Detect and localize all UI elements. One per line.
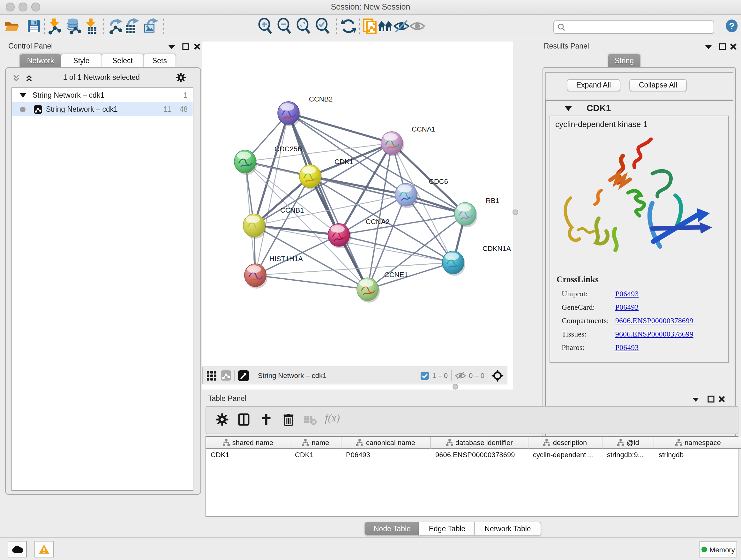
network-node-CDC25B[interactable]: CDC25B	[234, 145, 302, 175]
zoom-selected-icon[interactable]	[315, 18, 331, 35]
selected-checkbox-icon[interactable]	[421, 371, 429, 380]
crosslink-link[interactable]: P06493	[615, 303, 638, 312]
collapse-all-chevron-icon[interactable]	[12, 74, 20, 82]
column-header-canonical-name[interactable]: canonical name	[341, 437, 431, 449]
crosslink-link[interactable]: 9606.ENSP00000378699	[615, 316, 693, 326]
zoom-in-icon[interactable]	[257, 18, 274, 35]
hide-graphics-details-icon[interactable]	[393, 18, 410, 35]
network-node-CCNA1[interactable]: CCNA1	[381, 125, 435, 157]
import-table-file-icon[interactable]	[82, 18, 99, 35]
network-options-gear-icon[interactable]	[176, 72, 186, 83]
network-edge[interactable]	[367, 262, 453, 289]
panel-float-icon[interactable]	[707, 395, 715, 403]
tab-node-table[interactable]: Node Table	[364, 522, 420, 536]
network-node-HIST1H1A[interactable]: HIST1H1A	[245, 255, 303, 289]
view-mode-share-icon[interactable]	[221, 370, 231, 381]
panel-close-icon[interactable]	[718, 395, 726, 403]
tab-network[interactable]: Network	[19, 54, 62, 68]
network-node-CCNB2[interactable]: CCNB2	[278, 95, 333, 126]
tab-network-table[interactable]: Network Table	[474, 522, 541, 536]
node-table[interactable]: shared namenamecanonical namedatabase id…	[205, 436, 738, 516]
zoom-fit-icon[interactable]	[295, 18, 312, 35]
column-header--id[interactable]: @id	[603, 437, 654, 449]
network-row-selected[interactable]: String Network – cdk1 11 48	[12, 102, 193, 116]
column-header-namespace[interactable]: namespace	[654, 437, 741, 449]
vertical-splitter-handle[interactable]	[513, 209, 518, 215]
import-network-database-icon[interactable]	[65, 18, 82, 35]
cell-namespace[interactable]: stringdb	[654, 449, 741, 460]
refresh-view-icon[interactable]	[340, 18, 357, 35]
network-edge[interactable]	[339, 235, 453, 262]
crosslink-link[interactable]: P06493	[615, 289, 638, 299]
expand-all-chevron-icon[interactable]	[25, 74, 33, 82]
network-edge[interactable]	[255, 113, 288, 275]
crosslink-link[interactable]: 9606.ENSP00000378699	[615, 329, 693, 339]
panel-close-icon[interactable]	[730, 43, 737, 51]
panel-close-icon[interactable]	[193, 43, 201, 51]
add-column-icon[interactable]	[259, 413, 273, 427]
toolbar-separator	[163, 18, 164, 34]
search-input[interactable]	[565, 23, 714, 31]
function-builder-icon[interactable]: f(x)	[325, 412, 340, 425]
column-header-database-identifier[interactable]: database identifier	[431, 437, 529, 449]
crosslink-link[interactable]: P06493	[615, 343, 638, 353]
search-field[interactable]	[553, 20, 714, 34]
tab-select[interactable]: Select	[101, 54, 144, 68]
table-options-gear-icon[interactable]	[215, 413, 229, 427]
delete-table-icon[interactable]	[303, 413, 317, 427]
network-edge[interactable]	[288, 113, 465, 214]
column-header-shared-name[interactable]: shared name	[206, 437, 290, 449]
memory-button[interactable]: Memory	[699, 542, 737, 557]
network-edge[interactable]	[255, 275, 367, 289]
column-header-description[interactable]: description	[529, 437, 603, 449]
save-session-icon[interactable]	[25, 18, 42, 35]
column-header-name[interactable]: name	[290, 437, 341, 449]
tab-string[interactable]: String	[608, 54, 641, 68]
warning-status-button[interactable]	[35, 541, 54, 557]
panel-menu-caret-icon[interactable]	[692, 396, 699, 403]
network-view-canvas[interactable]: CCNB2CCNA1CDC25BCDK1CDC6RB1CCNB1CCNA2CDK…	[202, 42, 513, 389]
panel-float-icon[interactable]	[182, 43, 190, 51]
cloud-status-button[interactable]	[8, 541, 27, 557]
panel-menu-caret-icon[interactable]	[704, 44, 712, 51]
cell-canonical-name[interactable]: P06493	[341, 449, 430, 460]
network-edge[interactable]	[288, 113, 367, 289]
tab-edge-table[interactable]: Edge Table	[419, 522, 475, 536]
export-image-icon[interactable]	[142, 18, 159, 35]
cell-shared-name[interactable]: CDK1	[206, 449, 290, 460]
clone-network-icon[interactable]	[362, 18, 379, 35]
expand-all-button[interactable]: Expand All	[567, 79, 620, 91]
show-graphics-details-icon[interactable]	[409, 18, 426, 35]
collapse-all-button[interactable]: Collapse All	[629, 79, 687, 91]
tab-style[interactable]: Style	[61, 54, 102, 68]
help-icon[interactable]: ?	[725, 19, 738, 33]
tree-expand-caret-icon[interactable]	[20, 92, 26, 98]
cell-name[interactable]: CDK1	[290, 449, 341, 460]
panel-menu-caret-icon[interactable]	[168, 44, 176, 51]
open-session-icon[interactable]	[3, 18, 20, 35]
cell-database-identifier[interactable]: 9606.ENSP00000378699	[431, 449, 528, 460]
network-node-CCNE1[interactable]: CCNE1	[357, 271, 408, 303]
cell--id[interactable]: stringdb:9...	[603, 449, 654, 460]
panel-float-icon[interactable]	[719, 43, 726, 51]
hidden-eye-icon[interactable]	[455, 371, 466, 380]
show-networks-home-icon[interactable]	[377, 18, 394, 35]
birds-eye-crosshair-icon[interactable]	[491, 369, 503, 381]
show-columns-icon[interactable]	[237, 413, 251, 427]
delete-column-icon[interactable]	[281, 413, 295, 427]
horizontal-splitter-handle[interactable]	[453, 384, 458, 389]
network-graph[interactable]: CCNB2CCNA1CDC25BCDK1CDC6RB1CCNB1CCNA2CDK…	[202, 42, 513, 367]
tab-sets[interactable]: Sets	[143, 54, 176, 68]
network-node-RB1[interactable]: RB1	[455, 197, 499, 227]
detach-view-icon[interactable]	[238, 370, 249, 381]
export-table-icon[interactable]	[123, 18, 140, 35]
network-collection-row[interactable]: String Network – cdk1 1	[12, 88, 193, 102]
network-node-CDKN1A[interactable]: CDKN1A	[442, 245, 511, 276]
cell-description[interactable]: cyclin-dependent ...	[529, 449, 602, 460]
import-network-file-icon[interactable]	[46, 18, 63, 35]
network-edge[interactable]	[288, 113, 392, 143]
section-collapse-caret-icon[interactable]	[565, 105, 572, 112]
export-network-icon[interactable]	[107, 18, 124, 35]
zoom-out-icon[interactable]	[276, 18, 293, 35]
grid-mode-icon[interactable]	[207, 371, 216, 380]
